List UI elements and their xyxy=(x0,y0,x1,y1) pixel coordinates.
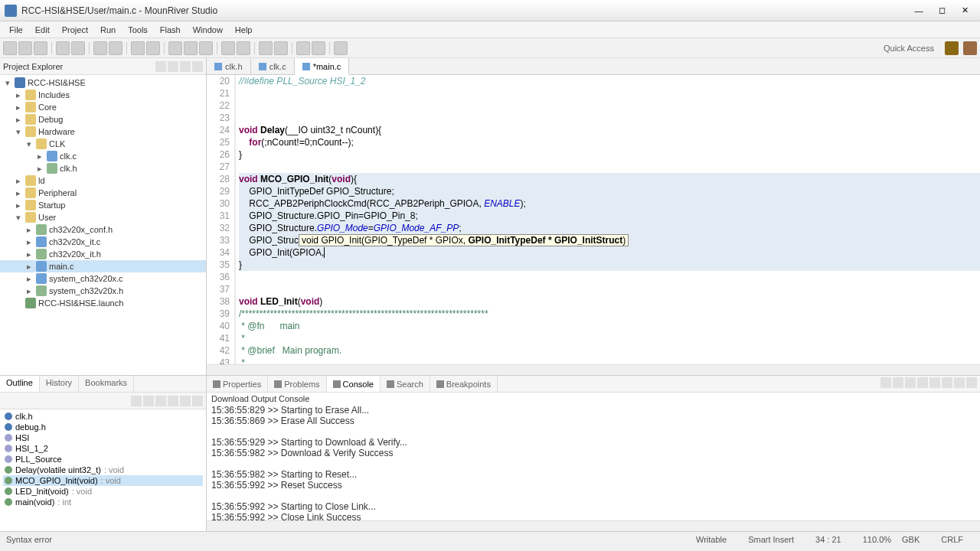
sort-icon[interactable] xyxy=(131,396,142,406)
forward-icon[interactable] xyxy=(312,41,325,55)
clear-icon[interactable] xyxy=(905,377,916,388)
menu-flash[interactable]: Flash xyxy=(154,24,187,36)
console-tab-properties[interactable]: Properties xyxy=(207,376,268,392)
save-all-icon[interactable] xyxy=(34,41,47,55)
collapse-all-icon[interactable] xyxy=(155,61,166,72)
tree-toggle-icon[interactable]: ▸ xyxy=(14,90,23,99)
menu-edit[interactable]: Edit xyxy=(29,24,56,36)
hide-static-icon[interactable] xyxy=(168,396,178,406)
tree-toggle-icon[interactable]: ▸ xyxy=(24,262,34,271)
resume-icon[interactable] xyxy=(221,41,235,55)
tree-toggle-icon[interactable]: ▸ xyxy=(24,225,34,234)
tree-item[interactable]: ▸ch32v20x_it.c xyxy=(0,236,206,248)
filter-icon[interactable] xyxy=(143,396,154,406)
tree-item[interactable]: ▸Peripheral xyxy=(0,187,206,199)
link-editor-icon[interactable] xyxy=(168,61,178,72)
project-tree[interactable]: ▾RCC-HSI&HSE▸Includes▸Core▸Debug▾Hardwar… xyxy=(0,75,206,375)
editor-tab[interactable]: clk.c xyxy=(251,58,295,74)
code-line[interactable] xyxy=(239,283,980,295)
tree-toggle-icon[interactable]: ▸ xyxy=(24,274,34,283)
code-line[interactable]: //#define PLL_Source HSI_1_2 xyxy=(239,75,980,87)
console-tab-console[interactable]: Console xyxy=(327,376,381,392)
outline-item[interactable]: MCO_GPIO_Init(void) : void xyxy=(3,475,203,486)
code-line[interactable]: * xyxy=(239,332,980,344)
tree-item[interactable]: ▸Includes xyxy=(0,89,206,101)
tree-item[interactable]: RCC-HSI&HSE.launch xyxy=(0,297,206,309)
code-line[interactable]: GPIO_Init(GPIOA, xyxy=(239,246,980,259)
tree-item[interactable]: ▾CLK xyxy=(0,138,206,150)
outline-item[interactable]: HSI xyxy=(3,432,203,443)
outline-tab-bookmarks[interactable]: Bookmarks xyxy=(79,376,134,392)
menu-run[interactable]: Run xyxy=(94,24,122,36)
tree-item[interactable]: ▸Debug xyxy=(0,113,206,126)
outline-tab-history[interactable]: History xyxy=(40,376,79,392)
menu-help[interactable]: Help xyxy=(229,24,259,36)
code-line[interactable]: GPIO_InitTypeDef GPIO_Structure; xyxy=(239,185,980,197)
tree-item[interactable]: ▸main.c xyxy=(0,260,206,272)
menu-file[interactable]: File xyxy=(3,24,29,36)
code-line[interactable]: void LED_Init(void) xyxy=(239,295,980,308)
back-icon[interactable] xyxy=(296,41,310,55)
outline-item[interactable]: main(void) : int xyxy=(3,497,203,507)
step-into-icon[interactable] xyxy=(184,41,198,55)
console-tab-breakpoints[interactable]: Breakpoints xyxy=(430,376,498,392)
code-line[interactable] xyxy=(239,271,980,283)
debug-icon[interactable] xyxy=(131,41,145,55)
tree-toggle-icon[interactable]: ▸ xyxy=(35,152,44,161)
display-icon[interactable] xyxy=(893,377,903,388)
tree-toggle-icon[interactable]: ▸ xyxy=(14,176,23,185)
code-line[interactable]: void MCO_GPIO_Init(void){ xyxy=(239,173,980,185)
hide-nonpublic-icon[interactable] xyxy=(180,396,191,406)
check-icon[interactable] xyxy=(334,41,348,55)
stop-icon[interactable] xyxy=(146,41,160,55)
tree-toggle-icon[interactable]: ▾ xyxy=(14,213,23,222)
code-line[interactable] xyxy=(239,161,980,173)
console-body[interactable]: 15:36:55:829 >> Starting to Erase All...… xyxy=(207,405,980,520)
scroll-icon[interactable] xyxy=(917,377,928,388)
code-line[interactable] xyxy=(239,112,980,124)
lock-icon[interactable] xyxy=(929,377,940,388)
code-line[interactable]: RCC_APB2PeriphClockCmd(RCC_APB2Periph_GP… xyxy=(239,197,980,210)
open-icon[interactable] xyxy=(942,377,952,388)
download-icon[interactable] xyxy=(93,41,107,55)
tree-toggle-icon[interactable] xyxy=(14,298,23,308)
console-hscroll[interactable] xyxy=(207,520,980,531)
tree-item[interactable]: ▾RCC-HSI&HSE xyxy=(0,77,206,89)
view-menu-icon[interactable] xyxy=(180,61,191,72)
tree-toggle-icon[interactable]: ▸ xyxy=(24,237,34,246)
perspective-icon-2[interactable] xyxy=(963,41,977,55)
code-line[interactable]: GPIO_Structure.GPIO_Mode=GPIO_Mode_AF_PP… xyxy=(239,222,980,234)
tree-item[interactable]: ▾Hardware xyxy=(0,126,206,138)
editor-hscroll[interactable] xyxy=(207,364,980,375)
maximize-button[interactable]: ◻ xyxy=(931,3,952,18)
outline-menu-icon[interactable] xyxy=(192,396,203,406)
code-line[interactable]: for(;nCount!=0;nCount--); xyxy=(239,136,980,148)
tree-toggle-icon[interactable]: ▸ xyxy=(14,103,23,112)
code-line[interactable]: GPIO_Structure.GPIO_Pin=GPIO_Pin_8; xyxy=(239,210,980,222)
editor-body[interactable]: 2021222324252627282930313233343536373839… xyxy=(207,75,980,364)
outline-body[interactable]: clk.h debug.h HSI HSI_1_2 PLL_Source Del… xyxy=(0,409,206,531)
tree-item[interactable]: ▸Core xyxy=(0,101,206,113)
code-line[interactable] xyxy=(239,87,980,99)
build-icon[interactable] xyxy=(56,41,70,55)
pause-icon[interactable] xyxy=(237,41,250,55)
tree-item[interactable]: ▾User xyxy=(0,211,206,223)
code-line[interactable]: } xyxy=(239,259,980,271)
code-line[interactable]: GPIO_Strucvoid GPIO_Init(GPIO_TypeDef * … xyxy=(239,234,980,246)
menu-tools[interactable]: Tools xyxy=(122,24,154,36)
menu-project[interactable]: Project xyxy=(56,24,94,36)
tree-toggle-icon[interactable]: ▸ xyxy=(14,188,23,197)
build-all-icon[interactable] xyxy=(71,41,85,55)
tree-toggle-icon[interactable]: ▾ xyxy=(3,78,12,87)
outline-item[interactable]: HSI_1_2 xyxy=(3,443,203,454)
code-line[interactable]: /***************************************… xyxy=(239,308,980,320)
hide-fields-icon[interactable] xyxy=(155,396,166,406)
pin-icon[interactable] xyxy=(880,377,891,388)
tree-item[interactable]: ▸ld xyxy=(0,174,206,187)
outline-item[interactable]: LED_Init(void) : void xyxy=(3,486,203,497)
step-out-icon[interactable] xyxy=(199,41,213,55)
code-line[interactable]: } xyxy=(239,148,980,161)
tree-item[interactable]: ▸ch32v20x_it.h xyxy=(0,248,206,260)
save-icon[interactable] xyxy=(18,41,32,55)
run-icon[interactable] xyxy=(109,41,122,55)
